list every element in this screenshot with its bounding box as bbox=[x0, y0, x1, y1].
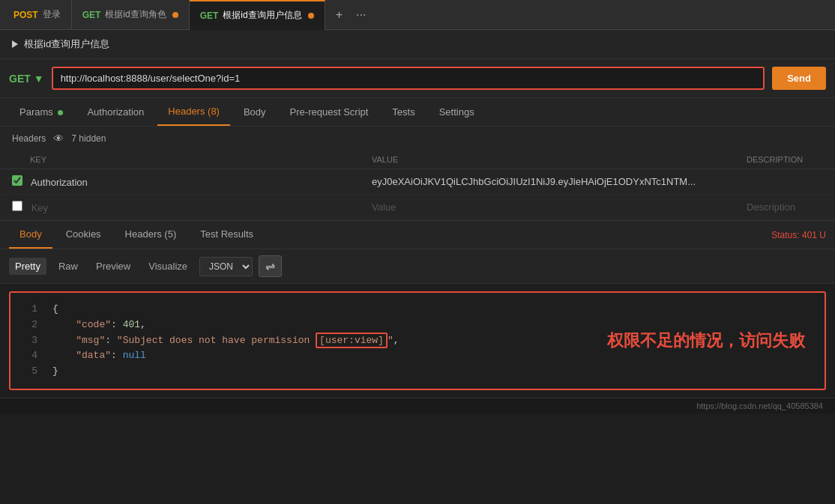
response-tab-body-label: Body bbox=[19, 228, 42, 240]
header-checkbox[interactable] bbox=[12, 175, 22, 186]
tab-get-user[interactable]: GET 根据id查询用户信息 bbox=[190, 0, 325, 30]
line-num-5: 5 bbox=[22, 364, 37, 380]
header-key-cell: Authorization bbox=[0, 169, 360, 195]
line-num-1: 1 bbox=[22, 302, 37, 318]
table-row: Authorization eyJ0eXAiOiJKV1QiLCJhbGciOi… bbox=[0, 169, 835, 195]
table-row-empty: Key Value Description bbox=[0, 195, 835, 220]
header-value-text: eyJ0eXAiOiJKV1QiLCJhbGciOiJIUzI1NiJ9.eyJ… bbox=[372, 176, 696, 187]
view-visualize-button[interactable]: Visualize bbox=[142, 258, 193, 275]
tab-prerequest[interactable]: Pre-request Script bbox=[280, 99, 379, 125]
add-tab-button[interactable]: + bbox=[331, 5, 347, 25]
url-bar: GET ▼ Send bbox=[0, 59, 835, 98]
url-input-wrapper bbox=[52, 67, 765, 90]
header-key-empty: Key bbox=[0, 195, 360, 220]
col-header-value: VALUE bbox=[360, 151, 735, 169]
col-header-key: KEY bbox=[0, 151, 360, 169]
hidden-count-label: 7 hidden bbox=[71, 133, 106, 144]
key-placeholder: Key bbox=[31, 202, 48, 213]
status-value: 401 U bbox=[802, 230, 826, 240]
tab-method-get-role: GET bbox=[82, 10, 101, 20]
code-line-5: 5 } bbox=[22, 364, 813, 380]
header-value-empty: Value bbox=[360, 195, 735, 220]
annotation-text: 权限不足的情况，访问失败 bbox=[607, 330, 805, 352]
line-num-2: 2 bbox=[22, 318, 37, 333]
response-area: Body Cookies Headers (5) Test Results St… bbox=[0, 221, 835, 390]
code-line-1: 1 { bbox=[22, 302, 813, 318]
tab-authorization-label: Authorization bbox=[87, 106, 144, 118]
headers-label-row: Headers 👁 7 hidden bbox=[0, 127, 835, 151]
tab-tests[interactable]: Tests bbox=[382, 99, 425, 125]
headers-label: Headers bbox=[12, 133, 46, 144]
method-selector[interactable]: GET ▼ bbox=[9, 73, 44, 85]
request-title-text: 根据id查询用户信息 bbox=[24, 37, 109, 51]
code-content-4: "data": null bbox=[52, 348, 146, 364]
format-select[interactable]: JSON XML Text bbox=[199, 257, 253, 276]
tab-method-post: POST bbox=[13, 10, 38, 20]
tab-tests-label: Tests bbox=[392, 106, 415, 118]
tab-post-login[interactable]: POST 登录 bbox=[3, 0, 72, 30]
method-dropdown-icon: ▼ bbox=[34, 73, 44, 85]
response-tab-cookies-label: Cookies bbox=[66, 228, 101, 240]
line-num-3: 3 bbox=[22, 333, 37, 349]
tab-body[interactable]: Body bbox=[233, 99, 277, 125]
line-num-4: 4 bbox=[22, 348, 37, 364]
request-nav-tabs: Params Authorization Headers (8) Body Pr… bbox=[0, 98, 835, 127]
tab-label-login: 登录 bbox=[43, 8, 61, 21]
tab-authorization[interactable]: Authorization bbox=[76, 99, 154, 125]
eye-icon[interactable]: 👁 bbox=[53, 133, 64, 145]
tab-settings[interactable]: Settings bbox=[429, 99, 485, 125]
response-tab-tests-label: Test Results bbox=[200, 228, 253, 240]
status-label: Status: bbox=[771, 230, 799, 240]
response-tabs: Body Cookies Headers (5) Test Results bbox=[9, 221, 264, 249]
tab-label-user: 根据id查询用户信息 bbox=[223, 9, 301, 22]
response-tab-headers[interactable]: Headers (5) bbox=[115, 221, 187, 249]
tab-headers-label: Headers (8) bbox=[168, 106, 220, 117]
permission-highlight: [user:view] bbox=[316, 333, 388, 348]
headers-table: KEY VALUE DESCRIPTION Authorization eyJ0… bbox=[0, 151, 835, 220]
header-desc-empty: Description bbox=[735, 195, 835, 220]
new-header-checkbox[interactable] bbox=[12, 201, 22, 211]
response-tab-body[interactable]: Body bbox=[9, 221, 52, 249]
tab-bar: POST 登录 GET 根据id查询角色 GET 根据id查询用户信息 + ··… bbox=[0, 0, 835, 30]
tab-dot-user bbox=[308, 13, 314, 19]
response-tab-headers-label: Headers (5) bbox=[125, 228, 177, 240]
header-value-cell: eyJ0eXAiOiJKV1QiLCJhbGciOiJIUzI1NiJ9.eyJ… bbox=[360, 169, 735, 195]
params-dot bbox=[58, 110, 63, 115]
view-preview-button[interactable]: Preview bbox=[90, 258, 136, 275]
tab-body-label: Body bbox=[244, 106, 266, 118]
code-content-1: { bbox=[52, 302, 58, 318]
send-button[interactable]: Send bbox=[772, 67, 826, 90]
tab-method-get-user: GET bbox=[200, 10, 219, 21]
header-desc-cell bbox=[735, 169, 835, 195]
col-header-desc: DESCRIPTION bbox=[735, 151, 835, 169]
wrap-button[interactable]: ⇌ bbox=[259, 255, 282, 277]
footer-url: https://blog.csdn.net/qq_40585384 bbox=[696, 401, 823, 410]
tab-prerequest-label: Pre-request Script bbox=[290, 106, 369, 118]
description-placeholder: Description bbox=[747, 201, 795, 213]
code-content-5: } bbox=[52, 364, 58, 380]
tab-get-role[interactable]: GET 根据id查询角色 bbox=[72, 0, 190, 30]
response-tab-cookies[interactable]: Cookies bbox=[55, 221, 112, 249]
response-tab-tests[interactable]: Test Results bbox=[190, 221, 264, 249]
url-input[interactable] bbox=[61, 73, 756, 84]
more-tabs-button[interactable]: ··· bbox=[352, 5, 370, 25]
tab-actions: + ··· bbox=[331, 5, 371, 25]
tab-headers[interactable]: Headers (8) bbox=[157, 98, 230, 126]
response-nav: Body Cookies Headers (5) Test Results St… bbox=[0, 221, 835, 249]
tab-params[interactable]: Params bbox=[9, 99, 73, 125]
collapse-icon[interactable] bbox=[12, 40, 18, 48]
tab-params-label: Params bbox=[19, 106, 53, 118]
method-label: GET bbox=[9, 73, 31, 85]
tab-settings-label: Settings bbox=[439, 106, 474, 118]
response-body-container: 1 { 2 "code": 401, 3 "msg": "Subject doe… bbox=[0, 291, 835, 390]
request-title-bar: 根据id查询用户信息 bbox=[0, 30, 835, 59]
tab-label-role: 根据id查询角色 bbox=[105, 8, 166, 21]
footer: https://blog.csdn.net/qq_40585384 bbox=[0, 398, 835, 413]
view-raw-button[interactable]: Raw bbox=[52, 258, 84, 275]
code-content-3: "msg": "Subject does not have permission… bbox=[52, 333, 400, 349]
tab-dot-role bbox=[172, 12, 178, 18]
status-info: Status: 401 U bbox=[771, 230, 826, 240]
value-placeholder: Value bbox=[372, 201, 396, 213]
view-pretty-button[interactable]: Pretty bbox=[9, 258, 46, 275]
headers-section: Headers 👁 7 hidden KEY VALUE DESCRIPTION… bbox=[0, 127, 835, 221]
